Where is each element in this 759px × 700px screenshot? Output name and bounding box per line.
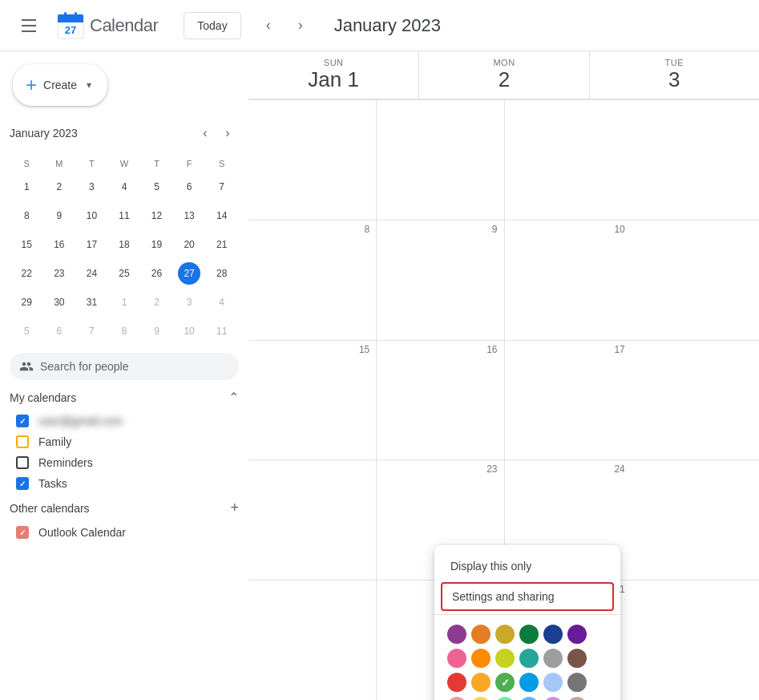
color-option[interactable] (567, 625, 587, 644)
mini-cal-day-cell[interactable]: 5 (11, 318, 42, 345)
cal-cell-1-1[interactable] (248, 100, 376, 220)
cal-cell-1-2[interactable] (376, 100, 503, 220)
mini-cal-day-cell[interactable]: 9 (44, 202, 75, 229)
cal-cell-5-1[interactable] (248, 581, 376, 700)
color-option[interactable] (447, 625, 466, 644)
mini-cal-day-cell[interactable]: 17 (76, 231, 107, 258)
cal-cell-3-3[interactable]: 17 (504, 341, 632, 460)
next-arrow[interactable]: › (286, 11, 315, 40)
my-calendar-item[interactable]: Reminders (10, 453, 239, 472)
mini-cal-day-cell[interactable]: 19 (141, 231, 172, 258)
mini-cal-day-cell[interactable]: 10 (174, 318, 205, 345)
mini-cal-day-cell[interactable]: 12 (141, 202, 172, 229)
mini-cal-prev[interactable]: ‹ (194, 122, 216, 144)
cal-cell-2-2[interactable]: 9 (376, 221, 503, 340)
mini-cal-day-cell[interactable]: 27 (174, 260, 205, 287)
mini-cal-day-cell[interactable]: 20 (174, 231, 205, 258)
color-option[interactable] (447, 673, 466, 692)
mini-cal-day-cell[interactable]: 18 (109, 231, 140, 258)
color-option[interactable] (495, 697, 515, 700)
color-option[interactable] (471, 673, 491, 692)
settings-sharing-item[interactable]: Settings and sharing (441, 582, 614, 611)
my-calendar-item[interactable]: Tasks (10, 474, 239, 493)
mini-cal-day-cell[interactable]: 16 (44, 231, 75, 258)
color-option[interactable] (543, 697, 563, 700)
color-option[interactable] (543, 625, 563, 644)
mini-cal-day-cell[interactable]: 7 (76, 318, 107, 345)
color-option[interactable] (495, 673, 515, 692)
mini-cal-day-cell[interactable]: 2 (141, 289, 172, 316)
search-people[interactable]: Search for people (10, 353, 239, 380)
mini-cal-day-cell[interactable]: 6 (44, 318, 75, 345)
mini-cal-day-cell[interactable]: 4 (109, 173, 140, 200)
cal-cell-4-1[interactable] (248, 460, 376, 580)
color-option[interactable] (447, 697, 466, 700)
color-option[interactable] (567, 673, 587, 692)
mini-cal-day-cell[interactable]: 26 (141, 260, 172, 287)
color-option[interactable] (495, 625, 515, 644)
calendar-checkbox[interactable] (16, 435, 29, 448)
mini-cal-day-cell[interactable]: 21 (206, 231, 237, 258)
today-button[interactable]: Today (184, 12, 240, 39)
calendar-checkbox[interactable] (16, 477, 29, 490)
cal-cell-2-3[interactable]: 10 (504, 221, 632, 340)
calendar-checkbox[interactable] (16, 456, 29, 469)
mini-cal-day-cell[interactable]: 2 (44, 173, 75, 200)
mini-cal-day-cell[interactable]: 9 (141, 318, 172, 345)
color-option[interactable] (519, 697, 539, 700)
mini-cal-day-cell[interactable]: 15 (11, 231, 42, 258)
mini-cal-day-cell[interactable]: 10 (76, 202, 107, 229)
color-option[interactable] (519, 625, 539, 644)
hamburger-menu[interactable] (13, 10, 45, 42)
create-button[interactable]: + Create ▾ (13, 64, 107, 106)
other-calendar-item[interactable]: Outlook Calendar (10, 523, 239, 542)
mini-cal-day-cell[interactable]: 29 (11, 289, 42, 316)
color-option[interactable] (567, 649, 587, 668)
calendar-checkbox[interactable] (16, 526, 29, 539)
my-calendar-item[interactable]: user@gmail.com (10, 411, 239, 431)
color-option[interactable] (543, 649, 563, 668)
color-option[interactable] (471, 697, 491, 700)
mini-cal-day-cell[interactable]: 31 (76, 289, 107, 316)
my-calendar-item[interactable]: Family (10, 432, 239, 451)
color-option[interactable] (447, 649, 466, 668)
mini-cal-day-cell[interactable]: 11 (206, 318, 237, 345)
mini-cal-day-cell[interactable]: 14 (206, 202, 237, 229)
mini-cal-day-cell[interactable]: 22 (11, 260, 42, 287)
calendar-checkbox[interactable] (16, 415, 29, 427)
cal-cell-1-3[interactable] (504, 100, 632, 220)
color-option[interactable] (471, 625, 491, 644)
mini-cal-day-cell[interactable]: 1 (109, 289, 140, 316)
mini-cal-next[interactable]: › (216, 122, 239, 144)
my-calendars-header[interactable]: My calendars ⌃ (10, 390, 239, 405)
mini-cal-day-cell[interactable]: 7 (206, 173, 237, 200)
mini-cal-day-cell[interactable]: 11 (109, 202, 140, 229)
color-option[interactable] (471, 649, 491, 668)
mini-cal-day-cell[interactable]: 24 (76, 260, 107, 287)
mini-cal-day-cell[interactable]: 3 (174, 289, 205, 316)
cal-cell-3-2[interactable]: 16 (376, 341, 503, 460)
mini-cal-day-cell[interactable]: 23 (44, 260, 75, 287)
mini-cal-day-cell[interactable]: 1 (11, 173, 42, 200)
prev-arrow[interactable]: ‹ (254, 11, 283, 40)
mini-cal-day-cell[interactable]: 13 (174, 202, 205, 229)
display-only-item[interactable]: Display this only (434, 552, 620, 581)
mini-cal-day-cell[interactable]: 25 (109, 260, 140, 287)
mini-cal-day-cell[interactable]: 28 (206, 260, 237, 287)
color-option[interactable] (567, 697, 587, 700)
mini-cal-day-cell[interactable]: 4 (206, 289, 237, 316)
color-option[interactable] (519, 673, 539, 692)
mini-cal-day-cell[interactable]: 30 (44, 289, 75, 316)
other-calendars-add-icon[interactable]: + (230, 500, 239, 516)
mini-cal-day-cell[interactable]: 8 (109, 318, 140, 345)
color-option[interactable] (495, 649, 515, 668)
color-option[interactable] (543, 673, 563, 692)
cal-cell-3-1[interactable]: 15 (248, 341, 376, 460)
mini-cal-day-cell[interactable]: 5 (141, 173, 172, 200)
mini-cal-day-cell[interactable]: 3 (76, 173, 107, 200)
cal-cell-2-1[interactable]: 8 (248, 221, 376, 340)
other-calendars-header[interactable]: Other calendars + (10, 500, 239, 516)
mini-cal-day-cell[interactable]: 8 (11, 202, 42, 229)
mini-cal-day-cell[interactable]: 6 (174, 173, 205, 200)
color-option[interactable] (519, 649, 539, 668)
